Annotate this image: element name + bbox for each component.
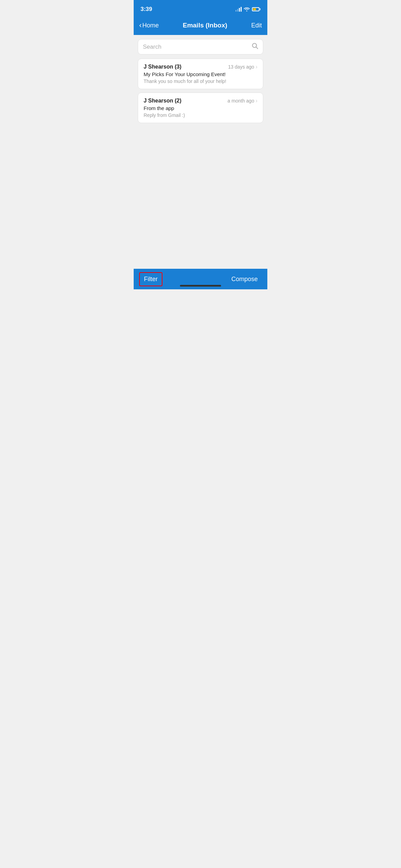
status-bar: 3:39 bbox=[134, 0, 267, 17]
chevron-right-icon: › bbox=[256, 98, 257, 104]
svg-line-1 bbox=[256, 47, 258, 49]
page-title: Emails (Inbox) bbox=[183, 22, 227, 29]
content-area: J Shearson (3) 13 days ago › My Picks Fo… bbox=[134, 35, 267, 269]
search-input[interactable] bbox=[143, 44, 252, 50]
back-button[interactable]: ‹ Home bbox=[139, 21, 159, 30]
back-chevron-icon: ‹ bbox=[139, 21, 142, 30]
compose-button[interactable]: Compose bbox=[227, 273, 262, 286]
search-icon bbox=[252, 43, 258, 51]
home-indicator bbox=[180, 285, 221, 287]
signal-icon bbox=[235, 7, 242, 12]
email-timestamp: a month ago bbox=[228, 98, 254, 104]
nav-bar: ‹ Home Emails (Inbox) Edit bbox=[134, 17, 267, 35]
email-sender: J Shearson (2) bbox=[144, 98, 181, 104]
status-time: 3:39 bbox=[141, 6, 152, 13]
edit-button[interactable]: Edit bbox=[251, 22, 262, 29]
search-bar bbox=[138, 39, 263, 55]
email-subject: My Picks For Your Upcoming Event! bbox=[144, 71, 257, 77]
back-label: Home bbox=[142, 22, 159, 29]
chevron-right-icon: › bbox=[256, 64, 257, 70]
email-sender: J Shearson (3) bbox=[144, 64, 181, 70]
filter-button[interactable]: Filter bbox=[139, 272, 162, 286]
email-list: J Shearson (3) 13 days ago › My Picks Fo… bbox=[138, 59, 263, 123]
email-timestamp: 13 days ago bbox=[228, 64, 254, 70]
wifi-icon bbox=[244, 7, 250, 12]
email-meta: a month ago › bbox=[228, 98, 257, 104]
email-preview: Thank you so much for all of your help! bbox=[144, 79, 257, 84]
status-icons bbox=[235, 7, 260, 12]
email-list-item[interactable]: J Shearson (2) a month ago › From the ap… bbox=[138, 93, 263, 123]
email-preview: Reply from Gmail :) bbox=[144, 112, 257, 118]
email-subject: From the app bbox=[144, 105, 257, 111]
battery-icon bbox=[252, 7, 260, 11]
email-list-item[interactable]: J Shearson (3) 13 days ago › My Picks Fo… bbox=[138, 59, 263, 89]
email-meta: 13 days ago › bbox=[228, 64, 257, 70]
